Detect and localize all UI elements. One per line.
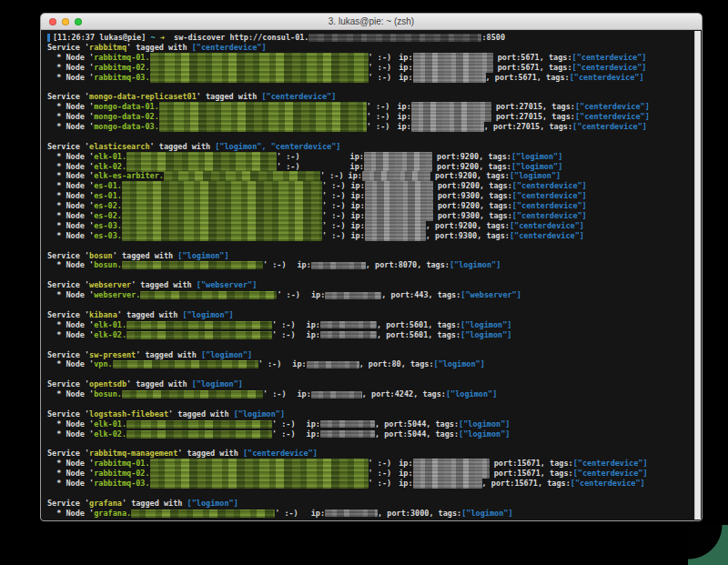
redacted-hostname bbox=[126, 331, 272, 339]
prompt-command: sw-discover http://consul-01. bbox=[165, 33, 309, 43]
node-name: es-01. bbox=[94, 191, 122, 201]
ip-label: ip: bbox=[399, 53, 412, 63]
service-tags: ["logimon"] bbox=[192, 379, 243, 389]
node-port: port:9200, tags: bbox=[432, 162, 511, 172]
redacted-ip bbox=[364, 152, 432, 162]
service-header: Service 'rabbitmq' tagged with ["centerd… bbox=[47, 43, 701, 53]
service-mid-label: ' tagged with bbox=[126, 43, 192, 53]
node-line: * Node 'bosun.' :-)ip:, port:8070, tags:… bbox=[47, 260, 701, 270]
prompt-port: :8500 bbox=[481, 33, 505, 43]
node-port: port:27015, tags: bbox=[491, 102, 575, 112]
ip-label: ip: bbox=[351, 231, 365, 241]
service-label: Service ' bbox=[47, 43, 89, 53]
health-smiley: ' :-) bbox=[263, 389, 287, 399]
redacted-ip bbox=[365, 201, 433, 211]
health-smiley: ' :-) bbox=[272, 320, 296, 330]
node-tags: ["centerdevice"] bbox=[572, 53, 647, 63]
redacted-hostname bbox=[126, 430, 272, 439]
ip-label: ip: bbox=[397, 112, 410, 122]
redacted-hostname bbox=[122, 221, 322, 231]
node-line: * Node 'mongo-data-03.' :-)ip:, port:270… bbox=[47, 122, 701, 132]
service-tags: ["centerdevice"] bbox=[261, 92, 336, 102]
node-name: mongo-data-03. bbox=[94, 122, 159, 132]
node-label: * Node ' bbox=[47, 53, 94, 63]
scrollbar[interactable] bbox=[694, 31, 701, 520]
node-port: , port:8070, tags: bbox=[366, 260, 450, 270]
service-tags: ["logimon"] bbox=[182, 310, 233, 320]
node-line: * Node 'es-01.' :-)ip: port:9300, tags:[… bbox=[47, 191, 701, 201]
node-name: rabbitmq-03. bbox=[94, 73, 149, 83]
blank-line bbox=[47, 82, 701, 92]
node-line: * Node 'mongo-data-02.' :-)ip: port:2701… bbox=[47, 112, 701, 122]
service-name: mongo-data-replicaset01 bbox=[89, 92, 197, 102]
node-label: * Node ' bbox=[47, 201, 94, 211]
service-header: Service 'logstash-filebeat' tagged with … bbox=[47, 409, 701, 419]
redacted-ip bbox=[365, 191, 433, 201]
node-line: * Node 'rabbitmq-01.' :-)ip: port:5671, … bbox=[47, 53, 701, 63]
node-tags: ["logimon"] bbox=[460, 330, 511, 340]
column-spacer bbox=[287, 265, 298, 266]
redacted-ip bbox=[307, 361, 359, 368]
health-smiley: ' :-) bbox=[322, 221, 346, 231]
node-port: port:9300, tags: bbox=[433, 191, 512, 201]
redacted-ip bbox=[411, 102, 491, 112]
node-tags: ["centerdevice"] bbox=[573, 459, 648, 469]
node-line: * Node 'vpn.' :-)ip:, port:80, tags:["lo… bbox=[47, 359, 701, 369]
service-name: logstash-filebeat bbox=[89, 409, 168, 419]
column-spacer bbox=[287, 394, 298, 395]
redacted-ip bbox=[413, 479, 482, 489]
service-name: rabbitmq bbox=[89, 43, 126, 53]
blank-line bbox=[47, 270, 701, 280]
health-smiley: ' :-) bbox=[272, 429, 296, 439]
redacted-hostname bbox=[122, 181, 322, 191]
node-tags: ["logimon"] bbox=[446, 389, 497, 399]
service-name: grafana bbox=[89, 499, 122, 509]
redacted-url bbox=[308, 34, 481, 42]
node-port: port:15671, tags: bbox=[490, 459, 573, 469]
node-name: rabbitmq-02. bbox=[94, 63, 149, 73]
node-name: es-03. bbox=[94, 231, 122, 241]
ip-label: ip: bbox=[350, 152, 364, 162]
redacted-hostname bbox=[150, 479, 369, 489]
node-label: * Node ' bbox=[47, 152, 94, 162]
prompt-context: [11:26:37 lukas@pie] bbox=[53, 33, 150, 43]
terminal-content[interactable]: [11:26:37 lukas@pie] ~ ➜ sw-discover htt… bbox=[42, 31, 701, 520]
health-smiley: ' :-) bbox=[369, 73, 392, 83]
title-bar[interactable]: 3. lukas@pie: ~ (zsh) bbox=[41, 14, 702, 30]
node-port: , port:5671, tags: bbox=[486, 73, 570, 83]
ip-label: ip: bbox=[399, 469, 412, 479]
node-port: port:9300, tags: bbox=[433, 211, 512, 221]
traffic-light-close[interactable] bbox=[49, 18, 56, 25]
service-tags: ["logimon"] bbox=[177, 251, 228, 261]
node-name: elk-02. bbox=[94, 330, 126, 340]
node-port: , port:5601, tags: bbox=[377, 330, 460, 340]
node-port: port:9200, tags: bbox=[430, 171, 510, 181]
node-line: * Node 'mongo-data-01.' :-)ip: port:2701… bbox=[47, 102, 701, 112]
traffic-light-minimize[interactable] bbox=[62, 18, 69, 25]
column-spacer bbox=[391, 57, 399, 58]
node-label: * Node ' bbox=[47, 419, 94, 429]
node-tags: ["centerdevice"] bbox=[573, 469, 648, 479]
node-port: , port:5601, tags: bbox=[377, 320, 460, 330]
service-label: Service ' bbox=[47, 280, 89, 290]
wallpaper-corner bbox=[688, 525, 728, 565]
ip-label: ip: bbox=[351, 191, 365, 201]
ip-label: ip: bbox=[292, 359, 306, 369]
node-tags: ["centerdevice"] bbox=[575, 112, 650, 122]
ip-label: ip: bbox=[399, 63, 412, 73]
node-line: * Node 'rabbitmq-01.' :-)ip: port:15671,… bbox=[47, 459, 701, 469]
health-smiley: ' :-) bbox=[277, 152, 300, 162]
redacted-ip bbox=[413, 63, 493, 73]
node-label: * Node ' bbox=[47, 389, 94, 399]
ip-label: ip: bbox=[397, 102, 410, 112]
traffic-light-zoom[interactable] bbox=[75, 18, 82, 25]
service-tags: ["logimon"] bbox=[201, 350, 252, 360]
node-label: * Node ' bbox=[47, 181, 94, 191]
node-tags: ["logimon"] bbox=[459, 419, 510, 429]
node-tags: ["webserver"] bbox=[460, 290, 521, 300]
service-header: Service 'bosun' tagged with ["logimon"] bbox=[47, 251, 701, 261]
node-line: * Node 'webserver.' :-)ip:, port:443, ta… bbox=[47, 290, 701, 300]
blank-line bbox=[47, 300, 701, 310]
service-name: webserver bbox=[89, 280, 131, 290]
redacted-ip bbox=[413, 459, 490, 469]
